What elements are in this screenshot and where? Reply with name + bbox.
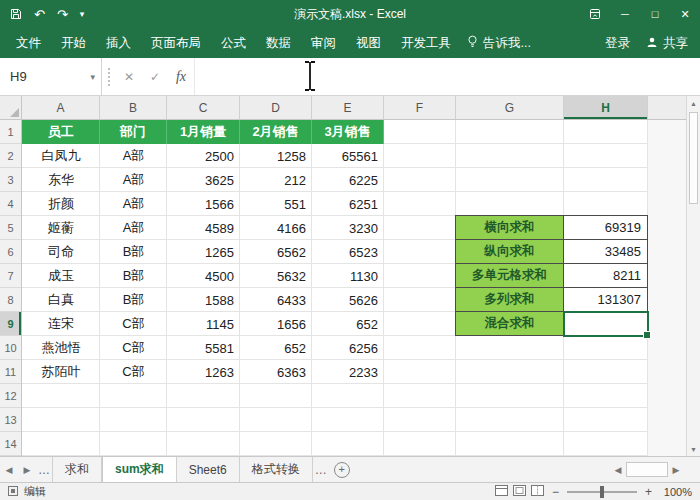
cell[interactable]: 1656 <box>240 312 312 336</box>
tab-data[interactable]: 数据 <box>256 28 301 58</box>
cell[interactable]: 1263 <box>167 360 240 384</box>
cell[interactable]: 1145 <box>167 312 240 336</box>
page-layout-view-icon[interactable] <box>513 485 526 498</box>
row-header-7[interactable]: 7 <box>0 264 21 288</box>
cell[interactable]: 6225 <box>312 168 384 192</box>
sheet-tab-qiuhe[interactable]: 求和 <box>52 457 102 482</box>
cell[interactable]: 6251 <box>312 192 384 216</box>
sum-label-cell[interactable]: 纵向求和 <box>456 240 564 264</box>
cell[interactable]: 3625 <box>167 168 240 192</box>
zoom-in-icon[interactable]: + <box>645 485 652 499</box>
add-sheet-button[interactable]: + <box>329 457 355 482</box>
save-icon[interactable] <box>10 8 22 20</box>
scroll-right-icon[interactable]: ▶ <box>668 465 684 475</box>
row-header-2[interactable]: 2 <box>0 144 21 168</box>
sheet-tab-sheet6[interactable]: Sheet6 <box>177 457 240 482</box>
active-cell-h9[interactable] <box>563 311 649 337</box>
vertical-scrollbar-thumb[interactable] <box>689 112 698 204</box>
tab-page-layout[interactable]: 页面布局 <box>141 28 211 58</box>
page-break-view-icon[interactable] <box>531 485 544 498</box>
tab-insert[interactable]: 插入 <box>96 28 141 58</box>
row-header-3[interactable]: 3 <box>0 168 21 192</box>
sum-label-cell[interactable]: 多单元格求和 <box>456 264 564 288</box>
row-header-6[interactable]: 6 <box>0 240 21 264</box>
cell[interactable]: 白凤九 <box>22 144 100 168</box>
tab-file[interactable]: 文件 <box>6 28 51 58</box>
cell[interactable]: 2500 <box>167 144 240 168</box>
cell[interactable]: 白真 <box>22 288 100 312</box>
row-header-12[interactable]: 12 <box>0 384 21 408</box>
cell[interactable]: A部 <box>100 144 167 168</box>
header-cell[interactable]: 员工 <box>22 120 100 144</box>
cell[interactable]: 4500 <box>167 264 240 288</box>
column-header-a[interactable]: A <box>22 96 100 119</box>
cell[interactable]: 5626 <box>312 288 384 312</box>
zoom-out-icon[interactable]: − <box>552 485 559 499</box>
cell[interactable]: 652 <box>312 312 384 336</box>
cell[interactable]: 4589 <box>167 216 240 240</box>
tab-home[interactable]: 开始 <box>51 28 96 58</box>
column-header-h-selected[interactable]: H <box>564 96 648 119</box>
cell[interactable]: A部 <box>100 192 167 216</box>
row-header-5[interactable]: 5 <box>0 216 21 240</box>
vertical-scrollbar[interactable]: ▲ ▼ <box>686 96 700 456</box>
cell[interactable]: 姬蘅 <box>22 216 100 240</box>
maximize-button[interactable]: □ <box>640 0 670 28</box>
insert-function-icon[interactable]: fx <box>168 58 194 95</box>
enter-icon[interactable]: ✓ <box>142 58 168 95</box>
header-cell[interactable]: 部门 <box>100 120 167 144</box>
row-header-10[interactable]: 10 <box>0 336 21 360</box>
scroll-up-icon[interactable]: ▲ <box>687 96 700 110</box>
column-header-f[interactable]: F <box>384 96 456 119</box>
horizontal-scrollbar[interactable]: ◀ ▶ <box>610 457 700 482</box>
row-header-4[interactable]: 4 <box>0 192 21 216</box>
sum-value-cell[interactable]: 33485 <box>564 240 648 264</box>
normal-view-icon[interactable] <box>495 485 508 498</box>
header-cell[interactable]: 1月销量 <box>167 120 240 144</box>
tab-scroll-left-icon[interactable]: ◀ <box>0 457 18 482</box>
cell[interactable]: C部 <box>100 312 167 336</box>
tab-formulas[interactable]: 公式 <box>211 28 256 58</box>
cell[interactable]: C部 <box>100 360 167 384</box>
column-header-e[interactable]: E <box>312 96 384 119</box>
cell[interactable]: 4166 <box>240 216 312 240</box>
cell[interactable]: C部 <box>100 336 167 360</box>
sum-label-cell[interactable]: 多列求和 <box>456 288 564 312</box>
sheet-grid[interactable]: 员工 部门 1月销量 2月销售 3月销售 白凤九 A部 2500 1258 65… <box>22 120 648 456</box>
row-header-1[interactable]: 1 <box>0 120 21 144</box>
row-header-8[interactable]: 8 <box>0 288 21 312</box>
minimize-button[interactable]: ─ <box>610 0 640 28</box>
cell[interactable]: 551 <box>240 192 312 216</box>
cell[interactable]: 司命 <box>22 240 100 264</box>
cell[interactable]: 2233 <box>312 360 384 384</box>
tab-developer[interactable]: 开发工具 <box>391 28 461 58</box>
header-cell[interactable]: 3月销售 <box>312 120 384 144</box>
cell[interactable]: 折颜 <box>22 192 100 216</box>
column-header-d[interactable]: D <box>240 96 312 119</box>
cell[interactable]: 6523 <box>312 240 384 264</box>
cell[interactable]: 1130 <box>312 264 384 288</box>
zoom-slider-thumb[interactable] <box>600 486 604 498</box>
close-button[interactable]: ✕ <box>670 0 700 28</box>
sheet-tab-sum-qiuhe-active[interactable]: sum求和 <box>102 457 177 482</box>
scroll-down-icon[interactable]: ▼ <box>687 442 700 456</box>
sign-in-button[interactable]: 登录 <box>605 35 630 52</box>
cell[interactable]: 东华 <box>22 168 100 192</box>
scroll-left-icon[interactable]: ◀ <box>610 465 626 475</box>
sum-value-cell[interactable]: 69319 <box>564 216 648 240</box>
zoom-level[interactable]: 100% <box>660 486 692 498</box>
cell[interactable]: 652 <box>240 336 312 360</box>
cell[interactable]: 6433 <box>240 288 312 312</box>
cell[interactable]: 212 <box>240 168 312 192</box>
macro-record-icon[interactable] <box>8 486 18 498</box>
cell[interactable]: 5581 <box>167 336 240 360</box>
cell[interactable]: 成玉 <box>22 264 100 288</box>
cell[interactable]: 6363 <box>240 360 312 384</box>
cell[interactable]: 苏陌叶 <box>22 360 100 384</box>
undo-icon[interactable]: ↶ <box>34 7 45 22</box>
tab-overflow-end[interactable]: … <box>313 457 329 482</box>
share-button[interactable]: 共享 <box>646 35 688 52</box>
column-header-g[interactable]: G <box>456 96 564 119</box>
row-header-9-selected[interactable]: 9 <box>0 312 21 336</box>
sum-value-cell[interactable]: 131307 <box>564 288 648 312</box>
